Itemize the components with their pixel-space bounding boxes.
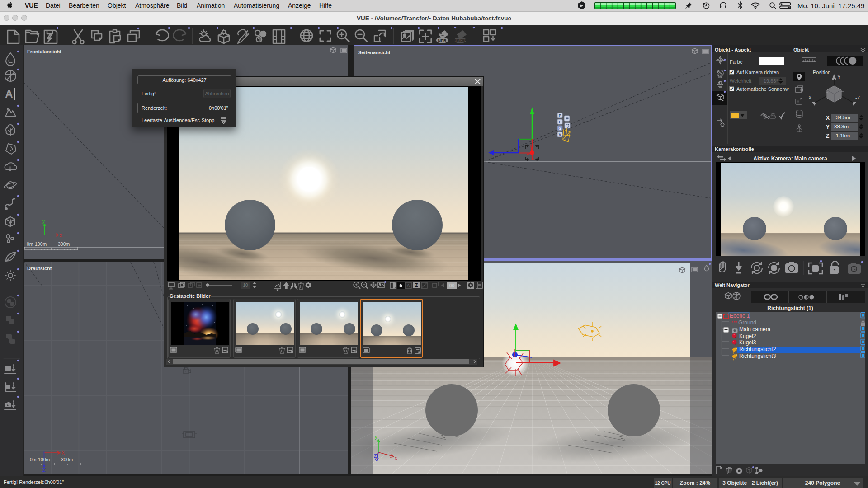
svg-text:P: P: [559, 113, 561, 118]
svg-text:Z: Z: [42, 467, 46, 473]
svg-text:y: y: [42, 218, 45, 224]
svg-text:300m: 300m: [61, 457, 73, 462]
svg-text:Y: Y: [837, 74, 841, 80]
svg-text:100m: 100m: [38, 457, 50, 462]
svg-text:300m: 300m: [58, 241, 70, 247]
svg-text:0m: 0m: [30, 457, 37, 462]
svg-text:Richtungslicht3: Richtungslicht3: [739, 353, 776, 359]
svg-text:Z: Z: [415, 282, 418, 288]
svg-text:Richtungslicht2: Richtungslicht2: [739, 346, 776, 352]
svg-text:x: x: [395, 455, 397, 460]
svg-text:Kugel2: Kugel2: [739, 333, 756, 339]
svg-text:A: A: [5, 88, 13, 100]
svg-text:V: V: [559, 132, 561, 137]
svg-text:Z: Z: [374, 453, 377, 459]
svg-text:X: X: [61, 450, 65, 455]
svg-text:L: L: [559, 120, 561, 124]
svg-text:0m: 0m: [27, 241, 33, 247]
svg-text:-Z: -Z: [855, 95, 860, 100]
svg-text:Main camera: Main camera: [739, 326, 771, 333]
svg-text:Ebene 1: Ebene 1: [730, 313, 750, 319]
svg-text:Ground: Ground: [738, 319, 756, 326]
svg-text:RENDER: RENDER: [454, 39, 467, 42]
svg-text:y: y: [375, 434, 377, 440]
svg-text:A: A: [407, 283, 410, 288]
svg-text:X: X: [59, 233, 63, 238]
svg-text:Kugel3: Kugel3: [739, 339, 756, 346]
svg-text:10: 10: [243, 283, 248, 288]
svg-text:00: 00: [449, 283, 454, 288]
svg-text:NPR: NPR: [438, 38, 447, 43]
svg-text:X: X: [808, 95, 812, 100]
svg-text:100m: 100m: [35, 241, 47, 247]
svg-text:G: G: [558, 126, 561, 131]
